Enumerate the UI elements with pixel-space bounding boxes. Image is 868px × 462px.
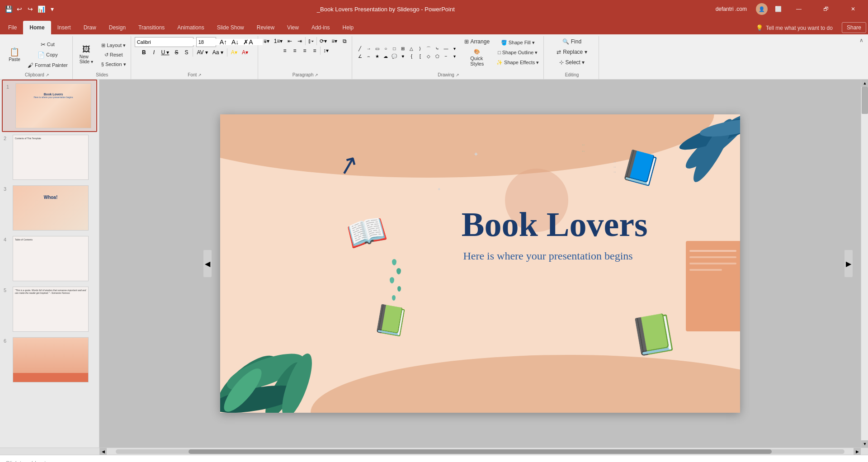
- shape-tri[interactable]: △: [407, 45, 415, 52]
- align-left-button[interactable]: ≡: [280, 47, 289, 54]
- tab-design[interactable]: Design: [103, 21, 132, 34]
- format-painter-button[interactable]: 🖌 Format Painter: [26, 61, 70, 70]
- font-size-selector[interactable]: ▾: [196, 37, 216, 47]
- more-icon[interactable]: ▾: [48, 5, 56, 13]
- shape-angle[interactable]: ∠: [356, 53, 364, 60]
- scroll-right-button[interactable]: ▶: [844, 250, 853, 277]
- drawing-expand-icon[interactable]: ↗: [456, 73, 459, 77]
- undo-icon[interactable]: ↩: [15, 5, 24, 13]
- justify-button[interactable]: ≡: [310, 47, 319, 54]
- reset-button[interactable]: ↺ Reset: [99, 51, 128, 59]
- slide-thumb-2[interactable]: 2 Contents of This Template: [0, 132, 99, 183]
- center-button[interactable]: ≡: [290, 47, 299, 54]
- scroll-thumb-v[interactable]: [862, 87, 868, 114]
- restore-icon[interactable]: ⬜: [774, 5, 782, 13]
- save-icon[interactable]: 💾: [5, 5, 13, 13]
- tab-home[interactable]: Home: [23, 21, 51, 34]
- present-icon[interactable]: 📊: [37, 5, 45, 13]
- font-name-selector[interactable]: ▾: [135, 37, 193, 47]
- shape-pentagon[interactable]: ⬠: [433, 53, 441, 60]
- case-button[interactable]: Aa ▾: [211, 49, 225, 56]
- tab-insert[interactable]: Insert: [51, 21, 77, 34]
- close-button[interactable]: ✕: [843, 2, 863, 16]
- user-avatar[interactable]: 👤: [756, 3, 768, 15]
- font-name-input[interactable]: [135, 39, 201, 45]
- align-right-button[interactable]: ≡: [300, 47, 309, 54]
- tab-help[interactable]: Help: [336, 21, 360, 34]
- replace-button[interactable]: ⇄ Replace ▾: [555, 47, 589, 57]
- copy-button[interactable]: 📄 Copy: [26, 50, 70, 60]
- columns-button[interactable]: ⫿▾: [307, 38, 316, 45]
- shape-expand[interactable]: ▾: [450, 45, 458, 52]
- shape-brace[interactable]: {: [407, 53, 415, 60]
- tell-me-box[interactable]: 💡 Tell me what you want to do: [751, 23, 837, 33]
- strikethrough-button[interactable]: S: [172, 49, 181, 56]
- bold-button[interactable]: B: [139, 49, 148, 56]
- shape-outline-button[interactable]: □ Shape Outline ▾: [495, 48, 541, 57]
- tab-draw[interactable]: Draw: [77, 21, 103, 34]
- slide-thumb-6[interactable]: 6: [0, 335, 99, 385]
- bullets-button[interactable]: ≡▾: [262, 38, 271, 45]
- font-color-button[interactable]: A▾: [240, 49, 250, 56]
- align-text-button[interactable]: ≡▾: [330, 38, 339, 45]
- shape-arc[interactable]: ⌢: [364, 53, 373, 60]
- shape-heart[interactable]: ♥: [399, 53, 407, 60]
- quick-styles-button[interactable]: 🎨 QuickStyles: [462, 47, 491, 68]
- select-button[interactable]: ⊹ Select ▾: [557, 58, 587, 67]
- scroll-up-button[interactable]: ▲: [861, 80, 868, 87]
- maximize-button[interactable]: 🗗: [816, 2, 836, 16]
- shape-curve[interactable]: ⌒: [425, 45, 433, 52]
- underline-button[interactable]: U ▾: [159, 49, 171, 56]
- scroll-left-button[interactable]: ◀: [203, 250, 212, 277]
- font-decrease-button[interactable]: A↓: [230, 38, 241, 46]
- minimize-button[interactable]: —: [788, 2, 809, 16]
- shape-callout[interactable]: 💬: [390, 53, 398, 60]
- clear-format-button[interactable]: ✗A: [241, 38, 255, 46]
- shape-rect[interactable]: ▭: [373, 45, 381, 52]
- cut-button[interactable]: ✂ Cut: [26, 40, 70, 49]
- shape-star[interactable]: ★: [373, 53, 381, 60]
- shape-arrow[interactable]: →: [364, 45, 373, 52]
- shape-cloud[interactable]: ☁: [382, 53, 390, 60]
- italic-button[interactable]: I: [149, 49, 158, 56]
- vertical-scrollbar[interactable]: ▲ ▼: [861, 80, 868, 448]
- new-slide-button[interactable]: 🖼 NewSlide ▾: [76, 43, 96, 66]
- tab-view[interactable]: View: [281, 21, 305, 34]
- decrease-indent-button[interactable]: ⇤: [285, 38, 294, 45]
- tab-animations[interactable]: Animations: [171, 21, 210, 34]
- shape-square[interactable]: □: [390, 45, 398, 52]
- font-expand-icon[interactable]: ↗: [198, 73, 202, 77]
- redo-icon[interactable]: ↪: [26, 5, 34, 13]
- shape-freeform[interactable]: ⤷: [433, 45, 441, 52]
- paste-button[interactable]: 📋 Paste: [5, 46, 24, 64]
- scroll-down-button[interactable]: ▼: [861, 440, 868, 448]
- shape-circle[interactable]: ○: [382, 45, 390, 52]
- notes-area[interactable]: Click to add notes: [0, 455, 868, 462]
- shape-chevron[interactable]: ⟩: [416, 45, 424, 52]
- shape-expand2[interactable]: ▾: [450, 53, 458, 60]
- tab-review[interactable]: Review: [250, 21, 281, 34]
- shape-more[interactable]: ⊞: [399, 45, 407, 52]
- numbering-button[interactable]: 1≡▾: [272, 38, 285, 45]
- shape-bracket[interactable]: [: [416, 53, 424, 60]
- arrange-button[interactable]: ⊞ Arrange: [462, 37, 491, 46]
- scroll-right-btn[interactable]: ▶: [854, 448, 861, 455]
- share-button[interactable]: Share: [842, 22, 866, 33]
- line-spacing-button[interactable]: ↕▾: [321, 47, 330, 54]
- para-expand-icon[interactable]: ↗: [315, 73, 318, 77]
- shape-diamond[interactable]: ◇: [425, 53, 433, 60]
- ribbon-collapse-button[interactable]: ∧: [857, 36, 866, 79]
- shape-line[interactable]: ╱: [356, 45, 364, 52]
- shadow-button[interactable]: S: [182, 49, 191, 56]
- scroll-left-btn[interactable]: ◀: [99, 448, 107, 455]
- slide-thumb-3[interactable]: 3 Whoa!: [0, 183, 99, 233]
- section-button[interactable]: § Section ▾: [99, 60, 128, 69]
- shape-minus[interactable]: −: [442, 53, 450, 60]
- slide-thumb-1[interactable]: 1 Book Lovers Here is where your present…: [2, 80, 97, 132]
- font-increase-button[interactable]: A↑: [218, 38, 229, 46]
- tab-transitions[interactable]: Transitions: [132, 21, 171, 34]
- char-spacing-button[interactable]: AV ▾: [195, 49, 209, 56]
- find-button[interactable]: 🔍 Find: [561, 37, 583, 46]
- h-scroll-thumb[interactable]: [189, 449, 772, 454]
- smartart-button[interactable]: ⧉: [340, 38, 349, 45]
